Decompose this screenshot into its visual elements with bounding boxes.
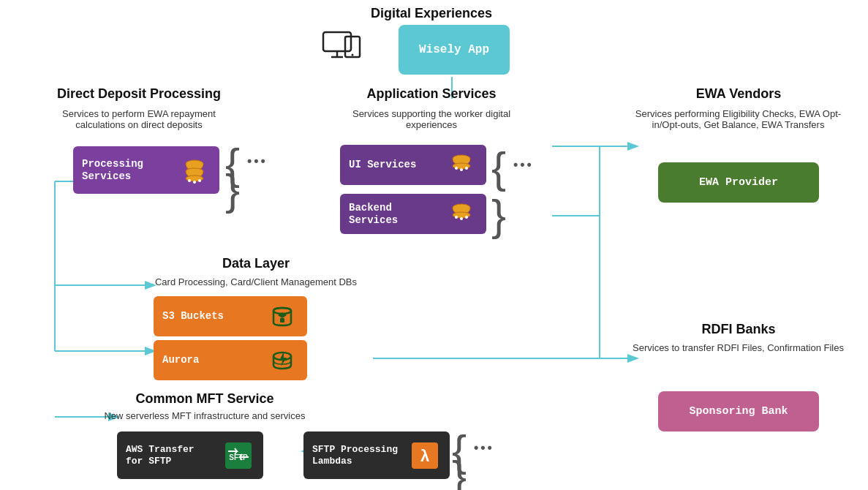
sftp-lambdas-box[interactable]: SFTP ProcessingLambdas λ [303, 431, 450, 479]
processing-services-box[interactable]: ProcessingServices [73, 146, 219, 194]
app-services-subtitle: Services supporting the worker digital e… [336, 108, 527, 130]
svg-point-30 [455, 216, 458, 219]
app-services-title: Application Services [322, 86, 541, 102]
ewa-vendors-title: EWA Vendors [636, 86, 841, 102]
svg-text:λ: λ [420, 447, 429, 465]
aurora-box[interactable]: Aurora [154, 340, 307, 380]
ewa-vendors-subtitle: Services performing Eligibility Checks, … [630, 108, 846, 130]
s3-buckets-label: S3 Buckets [162, 310, 265, 323]
device-icons [322, 31, 362, 70]
svg-point-16 [352, 54, 354, 56]
svg-rect-12 [323, 32, 351, 51]
digital-experiences-title: Digital Experiences [322, 6, 541, 21]
ewa-provider-label: EWA Provider [699, 176, 778, 189]
data-layer-title: Data Layer [146, 256, 366, 271]
wisely-app-box[interactable]: Wisely App [399, 25, 510, 75]
data-layer-subtitle: Card Processing, Card/Client Management … [121, 276, 391, 287]
dots-processing: ••• [247, 154, 268, 169]
brace-close-app-services: } [491, 194, 506, 238]
dots-app-services: ••• [513, 157, 534, 173]
svg-point-20 [188, 179, 191, 182]
dots-mft: ••• [474, 440, 494, 456]
brace-close-processing: } [225, 168, 240, 212]
sftp-lambdas-label: SFTP ProcessingLambdas [312, 444, 408, 467]
svg-point-26 [460, 168, 463, 171]
backend-services-icon [445, 197, 478, 230]
ewa-provider-box[interactable]: EWA Provider [658, 162, 819, 203]
svg-point-32 [465, 216, 468, 219]
aws-transfer-label: AWS Transferfor SFTP [126, 444, 222, 467]
mft-title: Common MFT Service [95, 391, 314, 407]
brace-app-services: { [491, 146, 506, 190]
lambda-icon: λ [408, 439, 441, 472]
svg-point-25 [455, 167, 458, 170]
svg-point-27 [465, 167, 468, 170]
ui-services-label: UI Services [349, 159, 445, 171]
ui-services-box[interactable]: UI Services [340, 145, 486, 185]
aws-transfer-box[interactable]: AWS Transferfor SFTP SFTP [117, 431, 263, 479]
direct-deposit-title: Direct Deposit Processing [40, 86, 238, 102]
processing-services-icon [178, 154, 211, 186]
s3-icon [265, 300, 298, 333]
brace-mft-close: } [452, 455, 467, 490]
backend-services-box[interactable]: Backend Services [340, 194, 486, 234]
aws-sftp-icon: SFTP [222, 439, 254, 472]
backend-services-label: Backend Services [349, 202, 445, 227]
svg-rect-35 [280, 318, 284, 323]
direct-deposit-subtitle: Services to perform EWA repayment calcul… [48, 108, 230, 130]
svg-point-31 [460, 217, 463, 220]
processing-services-label: ProcessingServices [82, 158, 178, 183]
sponsoring-bank-box[interactable]: Sponsoring Bank [658, 391, 819, 431]
s3-buckets-box[interactable]: S3 Buckets [154, 296, 307, 336]
aurora-icon [265, 344, 298, 377]
wisely-app-label: Wisely App [419, 43, 489, 56]
svg-point-22 [198, 179, 201, 182]
mft-subtitle: New serverless MFT infrastructure and se… [95, 410, 314, 421]
rdfi-banks-subtitle: Services to transfer RDFI Files, Confirm… [630, 342, 846, 353]
sponsoring-bank-label: Sponsoring Bank [689, 405, 788, 418]
svg-point-21 [193, 181, 196, 184]
rdfi-banks-title: RDFI Banks [636, 322, 841, 337]
ui-services-icon [445, 148, 478, 181]
aurora-label: Aurora [162, 354, 265, 366]
diagram: Digital Experiences Wisely App Direct De… [0, 0, 868, 490]
